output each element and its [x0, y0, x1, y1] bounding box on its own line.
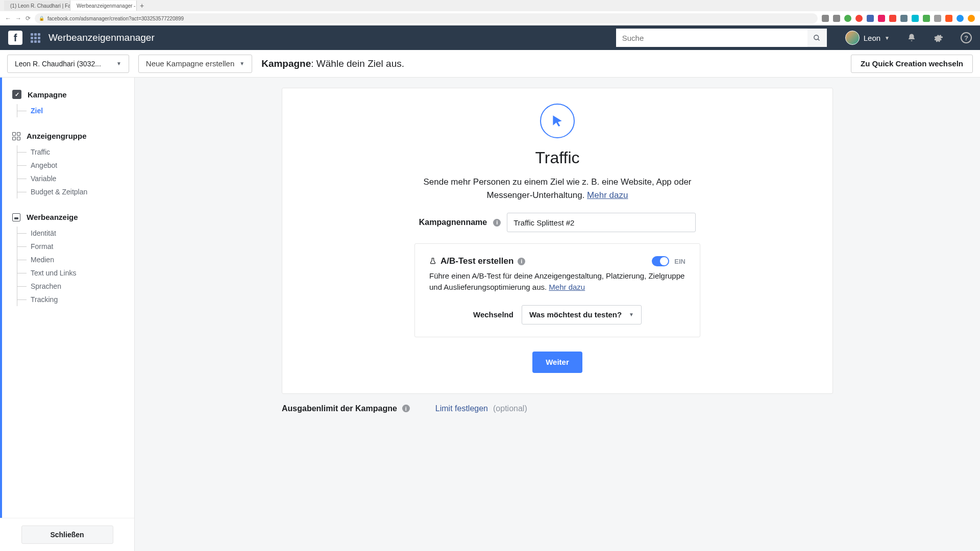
- extension-icon[interactable]: [833, 15, 840, 22]
- quick-creation-button[interactable]: Zu Quick Creation wechseln: [851, 55, 973, 73]
- info-icon[interactable]: i: [518, 258, 525, 265]
- search-input[interactable]: [616, 29, 807, 47]
- ab-variable-field: Wechselnd Was möchtest du testen? ▼: [429, 305, 685, 324]
- campaign-name-input[interactable]: [507, 213, 696, 232]
- info-icon[interactable]: i: [402, 405, 410, 412]
- sidebar-item-format[interactable]: Format: [17, 240, 124, 253]
- extension-icon[interactable]: [878, 15, 885, 22]
- checkbox-icon: ✓: [12, 90, 21, 99]
- search-button[interactable]: [807, 29, 827, 47]
- set-limit-link[interactable]: Limit festlegen: [435, 404, 488, 413]
- chevron-down-icon: ▼: [885, 35, 890, 41]
- chevron-down-icon: ▼: [116, 61, 121, 66]
- main-content: Traffic Sende mehr Personen zu einem Zie…: [135, 78, 980, 551]
- extension-icon[interactable]: [867, 15, 874, 22]
- info-icon[interactable]: i: [493, 219, 501, 227]
- extension-icon[interactable]: [923, 15, 930, 22]
- hero-title: Traffic: [303, 148, 812, 167]
- extension-icon[interactable]: [855, 15, 863, 22]
- search-wrap: [616, 29, 827, 47]
- browser-tab[interactable]: Werbeanzeigenmanager - Cre ×: [70, 1, 137, 11]
- learn-more-link[interactable]: Mehr dazu: [587, 190, 628, 200]
- sidebar-item-angebot[interactable]: Angebot: [17, 159, 124, 172]
- url-text: facebook.com/adsmanager/creation?act=303…: [47, 16, 184, 21]
- extension-icon[interactable]: [912, 15, 919, 22]
- sidebar-heading[interactable]: Anzeigengruppe: [12, 132, 124, 140]
- sidebar-item-budget[interactable]: Budget & Zeitplan: [17, 185, 124, 198]
- close-button[interactable]: Schließen: [21, 525, 113, 544]
- address-bar-row: ← → ⟳ 🔒 facebook.com/adsmanager/creation…: [0, 11, 980, 26]
- ab-test-toggle[interactable]: [652, 256, 669, 266]
- extension-icon[interactable]: [957, 15, 964, 22]
- sidebar-heading[interactable]: Werbeanzeige: [12, 213, 124, 221]
- app-title: Werbeanzeigenmanager: [48, 32, 155, 43]
- sidebar-item-tracking[interactable]: Tracking: [17, 293, 124, 306]
- ab-variable-select[interactable]: Was möchtest du testen? ▼: [522, 305, 642, 324]
- user-menu[interactable]: Leon ▼: [845, 31, 890, 45]
- sidebar-item-medien[interactable]: Medien: [17, 253, 124, 266]
- flask-icon: [429, 257, 436, 265]
- browser-chrome: (1) Leon R. Chaudhari | Faceb × Werbeanz…: [0, 0, 980, 26]
- sidebar-item-traffic[interactable]: Traffic: [17, 145, 124, 159]
- url-input[interactable]: 🔒 facebook.com/adsmanager/creation?act=3…: [35, 13, 818, 23]
- new-tab-button[interactable]: +: [137, 2, 147, 10]
- continue-button[interactable]: Weiter: [532, 352, 582, 373]
- sidebar: ✓ Kampagne Ziel Anzeigengruppe Traffic A…: [0, 78, 135, 551]
- learn-more-link[interactable]: Mehr dazu: [549, 283, 585, 291]
- campaign-name-label: Kampagnenname: [419, 218, 487, 227]
- sidebar-heading-label: Werbeanzeige: [27, 213, 78, 221]
- sidebar-section-adset: Anzeigengruppe Traffic Angebot Variable …: [2, 132, 134, 198]
- campaign-card: Traffic Sende mehr Personen zu einem Zie…: [282, 88, 833, 394]
- ab-test-box: A/B-Test erstellen i EIN Führe einen A/B…: [414, 243, 700, 337]
- sidebar-heading[interactable]: ✓ Kampagne: [12, 90, 124, 99]
- tab-title: (1) Leon R. Chaudhari | Faceb: [10, 3, 70, 9]
- ab-test-title: A/B-Test erstellen: [440, 256, 513, 266]
- back-icon[interactable]: ←: [5, 15, 11, 22]
- cursor-icon: [551, 113, 564, 129]
- page-title: Kampagne: Wähle dein Ziel aus.: [261, 58, 404, 69]
- extension-icon[interactable]: [822, 15, 829, 22]
- help-icon[interactable]: ?: [961, 32, 972, 43]
- top-nav: f Werbeanzeigenmanager Leon ▼ ?: [0, 26, 980, 50]
- extension-icons: [822, 15, 975, 22]
- extension-icon[interactable]: [934, 15, 941, 22]
- hero-description: Sende mehr Personen zu einem Ziel wie z.…: [414, 176, 700, 202]
- bell-icon[interactable]: [907, 33, 916, 42]
- gear-icon[interactable]: [934, 33, 943, 43]
- traffic-icon: [540, 104, 575, 138]
- extension-icon[interactable]: [889, 15, 896, 22]
- svg-line-1: [818, 39, 820, 40]
- sidebar-section-campaign: ✓ Kampagne Ziel: [2, 90, 134, 117]
- sub-header: Leon R. Chaudhari (3032... ▼ Neue Kampag…: [0, 50, 980, 78]
- forward-icon[interactable]: →: [15, 15, 21, 22]
- extension-icon[interactable]: [844, 15, 851, 22]
- lock-icon: 🔒: [39, 16, 44, 21]
- browser-tab[interactable]: (1) Leon R. Chaudhari | Faceb ×: [4, 1, 70, 11]
- spend-limit-label: Ausgabenlimit der Kampagne: [282, 404, 397, 413]
- sidebar-item-variable[interactable]: Variable: [17, 172, 124, 185]
- tab-title: Werbeanzeigenmanager - Cre: [77, 3, 137, 9]
- extension-icon[interactable]: [968, 15, 975, 22]
- layout: ✓ Kampagne Ziel Anzeigengruppe Traffic A…: [0, 78, 980, 551]
- account-dropdown[interactable]: Leon R. Chaudhari (3032... ▼: [7, 55, 129, 73]
- facebook-logo-icon[interactable]: f: [8, 31, 22, 45]
- reload-icon[interactable]: ⟳: [26, 15, 31, 22]
- toggle-state-label: EIN: [674, 258, 685, 265]
- account-name: Leon R. Chaudhari (3032...: [15, 60, 101, 68]
- sidebar-item-identitaet[interactable]: Identität: [17, 227, 124, 240]
- ab-select-value: Was möchtest du testen?: [529, 310, 622, 319]
- apps-grid-icon[interactable]: [31, 33, 40, 43]
- new-campaign-dropdown[interactable]: Neue Kampagne erstellen ▼: [138, 55, 252, 73]
- optional-label: (optional): [493, 404, 527, 413]
- sidebar-item-sprachen[interactable]: Sprachen: [17, 280, 124, 293]
- chevron-down-icon: ▼: [629, 312, 634, 317]
- ab-test-description: Führe einen A/B-Test für deine Anzeigeng…: [429, 270, 685, 293]
- sidebar-item-text-links[interactable]: Text und Links: [17, 266, 124, 280]
- spend-limit-row: Ausgabenlimit der Kampagne i Limit festl…: [282, 404, 833, 413]
- extension-icon[interactable]: [900, 15, 908, 22]
- sidebar-item-ziel[interactable]: Ziel: [17, 104, 124, 117]
- tab-bar: (1) Leon R. Chaudhari | Faceb × Werbeanz…: [0, 0, 980, 11]
- ad-icon: [12, 213, 20, 221]
- sidebar-heading-label: Anzeigengruppe: [27, 132, 87, 140]
- extension-icon[interactable]: [945, 15, 952, 22]
